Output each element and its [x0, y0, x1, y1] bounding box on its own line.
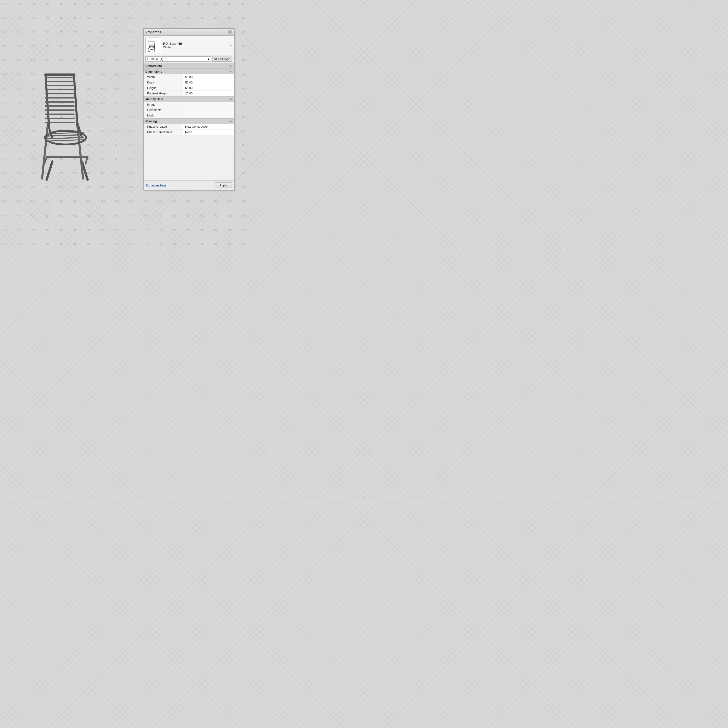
edit-type-button[interactable]: ⊞ Edit Type [212, 56, 232, 62]
image-label: Image [144, 102, 184, 107]
width-value[interactable]: 50.00 [184, 74, 234, 80]
panel-header: RD_Stool 55 White ▾ [144, 36, 234, 55]
svg-point-34 [148, 47, 155, 49]
dropdown-chevron-icon: ▾ [208, 57, 209, 61]
prop-row-phase-demolished: Phase Demolished None [144, 130, 234, 135]
prop-row-mark: Mark [144, 113, 234, 118]
prop-row-depth: Depth 52.00 [144, 80, 234, 85]
item-name: RD_Stool 55 [163, 42, 230, 46]
identity-data-title: Identity Data [145, 97, 163, 101]
svg-line-36 [154, 41, 154, 47]
svg-line-2 [42, 125, 48, 179]
phase-demolished-label: Phase Demolished [144, 130, 184, 135]
dimensions-title: Dimensions [145, 70, 162, 73]
category-dropdown[interactable]: Furniture (1) ▾ [145, 57, 211, 62]
comments-value[interactable] [184, 107, 234, 113]
section-phasing[interactable]: Phasing ≪ [144, 118, 234, 124]
dimensions-toggle-icon: ≪ [229, 70, 232, 73]
prop-row-height: Height 65.00 [144, 85, 234, 91]
item-info: RD_Stool 55 White [163, 42, 230, 49]
height-value[interactable]: 65.00 [184, 85, 234, 90]
empty-space [144, 135, 234, 180]
prop-row-image: Image [144, 102, 234, 107]
panel-footer: Properties help Apply [144, 180, 234, 190]
panel-titlebar: Properties ✕ [144, 29, 234, 36]
identity-data-toggle-icon: ≪ [229, 98, 232, 101]
properties-panel: Properties ✕ [143, 28, 234, 190]
close-button[interactable]: ✕ [228, 30, 232, 34]
edit-type-label: Edit Type [218, 57, 230, 61]
prop-row-width: Width 50.00 [144, 74, 234, 80]
section-dimensions[interactable]: Dimensions ≪ [144, 69, 234, 74]
thumbnail-box [145, 38, 161, 53]
mark-value[interactable] [184, 113, 234, 118]
item-dropdown-arrow[interactable]: ▾ [230, 43, 232, 47]
prop-row-footrest-height: Footrest Height 20.00 [144, 91, 234, 96]
image-value[interactable] [184, 102, 234, 107]
constraints-toggle-icon: ≫ [229, 64, 232, 67]
apply-button[interactable]: Apply [215, 182, 232, 188]
footrest-height-value[interactable]: 20.00 [184, 91, 234, 96]
svg-line-0 [47, 162, 52, 180]
prop-row-phase-created: Phase Created New Construction [144, 124, 234, 130]
panel-title: Properties [145, 30, 161, 34]
width-label: Width [144, 74, 184, 80]
height-label: Height [144, 85, 184, 90]
item-subname: White [163, 46, 230, 49]
section-identity-data[interactable]: Identity Data ≪ [144, 96, 234, 102]
prop-row-comments: Comments [144, 107, 234, 113]
edit-type-icon: ⊞ [214, 57, 217, 61]
phase-created-value[interactable]: New Construction [184, 124, 234, 129]
mark-label: Mark [144, 113, 184, 118]
selector-row: Furniture (1) ▾ ⊞ Edit Type [144, 55, 234, 63]
svg-line-6 [86, 157, 87, 164]
phase-demolished-value[interactable]: None [184, 130, 234, 135]
phase-created-label: Phase Created [144, 124, 184, 129]
chair-illustration [23, 52, 118, 184]
svg-line-13 [74, 75, 77, 125]
depth-value[interactable]: 52.00 [184, 80, 234, 85]
properties-help-link[interactable]: Properties help [146, 184, 166, 187]
phasing-toggle-icon: ≪ [229, 120, 232, 123]
footrest-height-label: Footrest Height [144, 91, 184, 96]
category-text: Furniture (1) [147, 57, 163, 61]
depth-label: Depth [144, 80, 184, 85]
phasing-title: Phasing [145, 119, 157, 123]
section-constraints[interactable]: Constraints ≫ [144, 63, 234, 69]
constraints-title: Constraints [145, 64, 162, 67]
comments-label: Comments [144, 107, 184, 113]
